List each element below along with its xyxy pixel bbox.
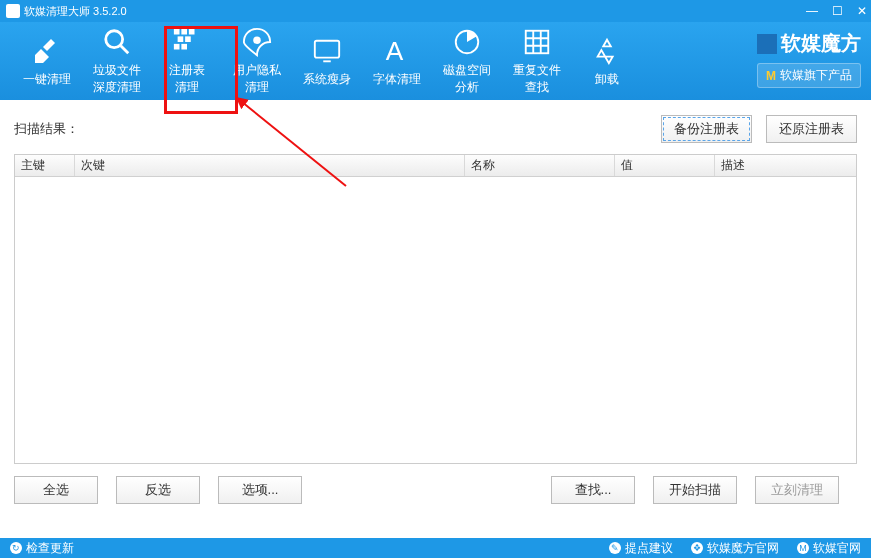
options-button[interactable]: 选项... (218, 476, 302, 504)
grid-icon (521, 26, 553, 58)
monitor-icon (311, 35, 343, 67)
globe-icon: ❖ (691, 542, 703, 554)
status-label: 软媒魔方官网 (707, 540, 779, 557)
tool-uninstall[interactable]: 卸载 (572, 26, 642, 96)
tool-privacy-clean[interactable]: 用户隐私 清理 (222, 26, 292, 96)
tool-label: 重复文件 查找 (513, 62, 561, 96)
tool-junk-deep-clean[interactable]: 垃圾文件 深度清理 (82, 26, 152, 96)
col-sub-key[interactable]: 次键 (75, 155, 465, 176)
tool-disk-analyze[interactable]: 磁盘空间 分析 (432, 26, 502, 96)
status-label: 检查更新 (26, 540, 74, 557)
col-name[interactable]: 名称 (465, 155, 615, 176)
magnifier-icon (101, 26, 133, 58)
registry-icon (171, 26, 203, 58)
tool-label: 磁盘空间 分析 (443, 62, 491, 96)
maximize-button[interactable]: ☐ (832, 4, 843, 18)
brand-products-button[interactable]: M 软媒旗下产品 (757, 63, 861, 88)
table-header: 主键 次键 名称 值 描述 (15, 155, 856, 177)
tool-registry-clean[interactable]: 注册表 清理 (152, 26, 222, 96)
brand-area: 软媒魔方 M 软媒旗下产品 (757, 30, 861, 88)
bottom-button-row: 全选 反选 选项... 查找... 开始扫描 立刻清理 (14, 476, 857, 504)
mofang-site-link[interactable]: ❖ 软媒魔方官网 (691, 540, 779, 557)
svg-rect-5 (185, 36, 191, 42)
clean-now-button: 立刻清理 (755, 476, 839, 504)
svg-point-8 (253, 36, 261, 44)
brand-logo[interactable]: 软媒魔方 (757, 30, 861, 57)
tool-label: 卸载 (595, 71, 619, 88)
tool-one-click-clean[interactable]: 一键清理 (12, 26, 82, 96)
status-label: 软媒官网 (813, 540, 861, 557)
chat-icon: ✎ (609, 542, 621, 554)
font-icon: A (381, 35, 413, 67)
update-icon: ↻ (10, 542, 22, 554)
body-area: 扫描结果： 备份注册表 还原注册表 主键 次键 名称 值 描述 全选 反选 选项… (0, 100, 871, 538)
ruanmei-site-link[interactable]: M 软媒官网 (797, 540, 861, 557)
titlebar: 软媒清理大师 3.5.2.0 — ☐ ✕ (0, 0, 871, 22)
app-logo-icon (6, 4, 20, 18)
m-icon: M (766, 69, 776, 83)
minimize-button[interactable]: — (806, 4, 818, 18)
top-row: 扫描结果： 备份注册表 还原注册表 (14, 114, 857, 144)
svg-rect-2 (181, 29, 187, 35)
tool-font-clean[interactable]: A 字体清理 (362, 26, 432, 96)
svg-rect-9 (315, 40, 339, 57)
tool-label: 垃圾文件 深度清理 (93, 62, 141, 96)
svg-rect-6 (174, 44, 180, 50)
window-controls: — ☐ ✕ (806, 0, 867, 22)
broom-icon (31, 35, 63, 67)
tool-label: 一键清理 (23, 71, 71, 88)
status-label: 提点建议 (625, 540, 673, 557)
brand-name: 软媒魔方 (781, 30, 861, 57)
tool-label: 系统瘦身 (303, 71, 351, 88)
tool-label: 注册表 清理 (169, 62, 205, 96)
app-title: 软媒清理大师 3.5.2.0 (24, 4, 127, 19)
start-scan-button[interactable]: 开始扫描 (653, 476, 737, 504)
suggest-link[interactable]: ✎ 提点建议 (609, 540, 673, 557)
svg-rect-1 (174, 29, 180, 35)
svg-rect-7 (181, 44, 187, 50)
pie-icon (451, 26, 483, 58)
svg-text:A: A (386, 36, 404, 66)
svg-rect-3 (189, 29, 195, 35)
svg-rect-12 (526, 31, 549, 54)
privacy-icon (241, 26, 273, 58)
scan-result-label: 扫描结果： (14, 120, 79, 138)
recycle-icon (591, 35, 623, 67)
tool-duplicate-find[interactable]: 重复文件 查找 (502, 26, 572, 96)
tool-label: 字体清理 (373, 71, 421, 88)
invert-select-button[interactable]: 反选 (116, 476, 200, 504)
statusbar: ↻ 检查更新 ✎ 提点建议 ❖ 软媒魔方官网 M 软媒官网 (0, 538, 871, 558)
select-all-button[interactable]: 全选 (14, 476, 98, 504)
cube-icon (757, 34, 777, 54)
result-table[interactable]: 主键 次键 名称 值 描述 (14, 154, 857, 464)
tool-label: 用户隐私 清理 (233, 62, 281, 96)
main-toolbar: 一键清理 垃圾文件 深度清理 注册表 清理 用户隐私 清理 系统瘦身 A 字体清… (0, 22, 871, 100)
globe-icon: M (797, 542, 809, 554)
check-update-link[interactable]: ↻ 检查更新 (10, 540, 74, 557)
restore-registry-button[interactable]: 还原注册表 (766, 115, 857, 143)
col-value[interactable]: 值 (615, 155, 715, 176)
col-main-key[interactable]: 主键 (15, 155, 75, 176)
svg-point-0 (106, 31, 123, 48)
backup-registry-button[interactable]: 备份注册表 (661, 115, 752, 143)
svg-rect-4 (178, 36, 184, 42)
brand-sub-label: 软媒旗下产品 (780, 67, 852, 84)
col-desc[interactable]: 描述 (715, 155, 856, 176)
close-button[interactable]: ✕ (857, 4, 867, 18)
find-button[interactable]: 查找... (551, 476, 635, 504)
tool-system-slim[interactable]: 系统瘦身 (292, 26, 362, 96)
